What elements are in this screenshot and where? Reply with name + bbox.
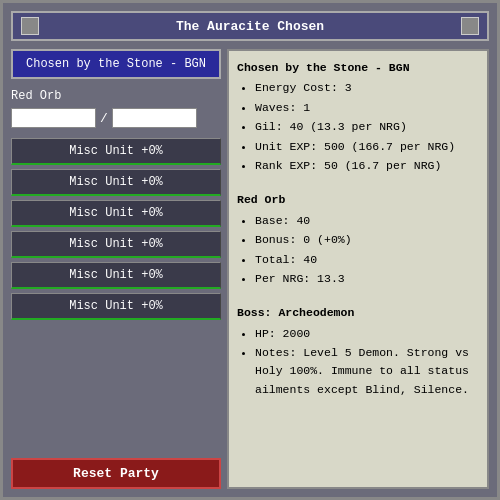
chosen-button[interactable]: Chosen by the Stone - BGN: [11, 49, 221, 79]
orb-input-row: /: [11, 108, 221, 128]
orb-input-2[interactable]: [112, 108, 197, 128]
main-content: Chosen by the Stone - BGN Red Orb / Misc…: [11, 49, 489, 489]
outer-frame: The Auracite Chosen Chosen by the Stone …: [0, 0, 500, 500]
list-item: Bonus: 0 (+0%): [255, 231, 479, 249]
title-bar: The Auracite Chosen: [11, 11, 489, 41]
unit-button-5[interactable]: Misc Unit +0%: [11, 262, 221, 289]
red-orb-section: Red Orb /: [11, 87, 221, 128]
red-orb-label: Red Orb: [11, 87, 221, 105]
list-item: Notes: Level 5 Demon. Strong vs Holy 100…: [255, 344, 479, 399]
orb-input-1[interactable]: [11, 108, 96, 128]
boss-list: HP: 2000 Notes: Level 5 Demon. Strong vs…: [237, 325, 479, 400]
unit-button-6[interactable]: Misc Unit +0%: [11, 293, 221, 320]
list-item: Per NRG: 13.3: [255, 270, 479, 288]
list-item: Energy Cost: 3: [255, 79, 479, 97]
unit-button-4[interactable]: Misc Unit +0%: [11, 231, 221, 258]
boss-header: Boss: Archeodemon: [237, 304, 479, 322]
reset-party-button[interactable]: Reset Party: [11, 458, 221, 489]
unit-buttons-container: Misc Unit +0% Misc Unit +0% Misc Unit +0…: [11, 138, 221, 450]
orb-slash: /: [100, 111, 108, 126]
left-panel: Chosen by the Stone - BGN Red Orb / Misc…: [11, 49, 221, 489]
right-header-list: Energy Cost: 3 Waves: 1 Gil: 40 (13.3 pe…: [237, 79, 479, 175]
right-panel: Chosen by the Stone - BGN Energy Cost: 3…: [227, 49, 489, 489]
list-item: Gil: 40 (13.3 per NRG): [255, 118, 479, 136]
list-item: Base: 40: [255, 212, 479, 230]
list-item: Total: 40: [255, 251, 479, 269]
red-orb-list: Base: 40 Bonus: 0 (+0%) Total: 40 Per NR…: [237, 212, 479, 289]
list-item: Unit EXP: 500 (166.7 per NRG): [255, 138, 479, 156]
list-item: Waves: 1: [255, 99, 479, 117]
unit-button-2[interactable]: Misc Unit +0%: [11, 169, 221, 196]
list-item: Rank EXP: 50 (16.7 per NRG): [255, 157, 479, 175]
unit-button-1[interactable]: Misc Unit +0%: [11, 138, 221, 165]
window-title: The Auracite Chosen: [39, 19, 461, 34]
red-orb-header: Red Orb: [237, 191, 479, 209]
right-header: Chosen by the Stone - BGN: [237, 59, 479, 77]
list-item: HP: 2000: [255, 325, 479, 343]
unit-button-3[interactable]: Misc Unit +0%: [11, 200, 221, 227]
title-bar-right-corner: [461, 17, 479, 35]
title-bar-left-corner: [21, 17, 39, 35]
